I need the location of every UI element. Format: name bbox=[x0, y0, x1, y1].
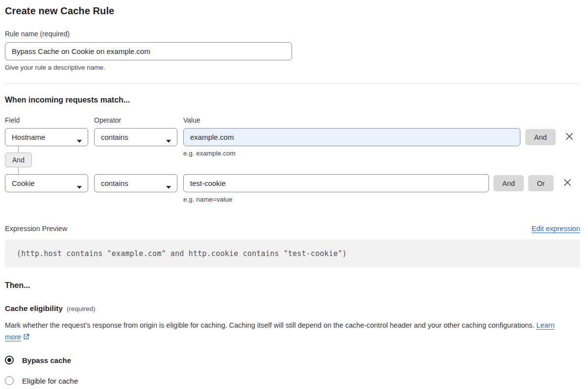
value-hint-2: e.g. name=value bbox=[183, 196, 580, 203]
match-row-2: Cookie contains And Or bbox=[5, 174, 580, 192]
value-input-1[interactable] bbox=[183, 128, 520, 146]
operator-select-2[interactable]: contains bbox=[94, 174, 177, 192]
expression-header: Expression Preview Edit expression bbox=[5, 225, 580, 233]
connector-wrap: And bbox=[5, 146, 32, 174]
value-hint-1: e.g. example.com bbox=[183, 150, 236, 157]
row-connector-area: e.g. example.com And bbox=[5, 146, 580, 174]
radio-label: Bypass cache bbox=[22, 356, 71, 364]
field-column-label: Field bbox=[5, 116, 94, 124]
operator-select-1[interactable]: contains bbox=[94, 128, 177, 146]
description-text: Mark whether the request’s response from… bbox=[5, 321, 535, 329]
section-divider bbox=[5, 83, 580, 84]
field-select-1[interactable]: Hostname bbox=[5, 128, 88, 146]
chevron-down-icon bbox=[77, 136, 82, 144]
then-heading: Then... bbox=[5, 281, 580, 290]
value-input-2[interactable] bbox=[183, 174, 489, 192]
cache-eligibility-heading: Cache eligibility (required) bbox=[5, 304, 580, 313]
cache-eligibility-title: Cache eligibility bbox=[5, 304, 63, 313]
match-heading: When incoming requests match... bbox=[5, 96, 580, 104]
radio-label: Eligible for cache bbox=[22, 377, 78, 385]
remove-row-1-button[interactable] bbox=[564, 132, 574, 142]
field-select-2[interactable]: Cookie bbox=[5, 174, 88, 192]
chevron-down-icon bbox=[166, 136, 171, 144]
chevron-down-icon bbox=[166, 182, 171, 190]
expression-code-block: (http.host contains "example.com" and ht… bbox=[5, 239, 580, 267]
expression-code: (http.host contains "example.com" and ht… bbox=[17, 249, 347, 258]
radio-option-eligible-for-cache[interactable]: Eligible for cache bbox=[5, 376, 580, 385]
rule-name-label: Rule name (required) bbox=[5, 30, 580, 38]
and-button-row-2[interactable]: And bbox=[493, 175, 524, 191]
or-button-row-2[interactable]: Or bbox=[528, 175, 554, 191]
column-labels: Field Operator Value bbox=[5, 116, 580, 124]
field-select-1-value: Hostname bbox=[12, 133, 45, 141]
and-button-row-1[interactable]: And bbox=[525, 129, 556, 145]
match-row-1: Hostname contains And bbox=[5, 128, 580, 146]
cache-eligibility-options: Bypass cache Eligible for cache bbox=[5, 356, 580, 385]
close-icon bbox=[563, 178, 572, 188]
expression-preview-label: Expression Preview bbox=[5, 225, 67, 233]
operator-column-label: Operator bbox=[94, 116, 183, 124]
connector-and-button[interactable]: And bbox=[5, 153, 32, 167]
connector-line-top bbox=[18, 146, 19, 153]
page-title: Create new Cache Rule bbox=[5, 5, 580, 17]
required-badge: (required) bbox=[67, 305, 96, 312]
operator-select-1-value: contains bbox=[101, 133, 128, 141]
cache-eligibility-description: Mark whether the request’s response from… bbox=[5, 319, 572, 344]
rule-name-help: Give your rule a descriptive name. bbox=[5, 64, 580, 71]
external-link-icon bbox=[23, 334, 30, 342]
connector-line-bottom bbox=[18, 167, 19, 174]
chevron-down-icon bbox=[77, 182, 82, 190]
close-icon bbox=[565, 132, 574, 142]
radio-option-bypass-cache[interactable]: Bypass cache bbox=[5, 356, 580, 364]
field-select-2-value: Cookie bbox=[12, 179, 35, 187]
edit-expression-link[interactable]: Edit expression bbox=[532, 225, 580, 233]
radio-unselected-icon bbox=[5, 376, 14, 385]
operator-select-2-value: contains bbox=[101, 179, 128, 187]
radio-selected-icon bbox=[5, 356, 14, 364]
value-column-label: Value bbox=[183, 116, 200, 124]
remove-row-2-button[interactable] bbox=[563, 179, 572, 188]
create-cache-rule-form: Create new Cache Rule Rule name (require… bbox=[0, 0, 588, 385]
rule-name-input[interactable] bbox=[5, 42, 292, 60]
